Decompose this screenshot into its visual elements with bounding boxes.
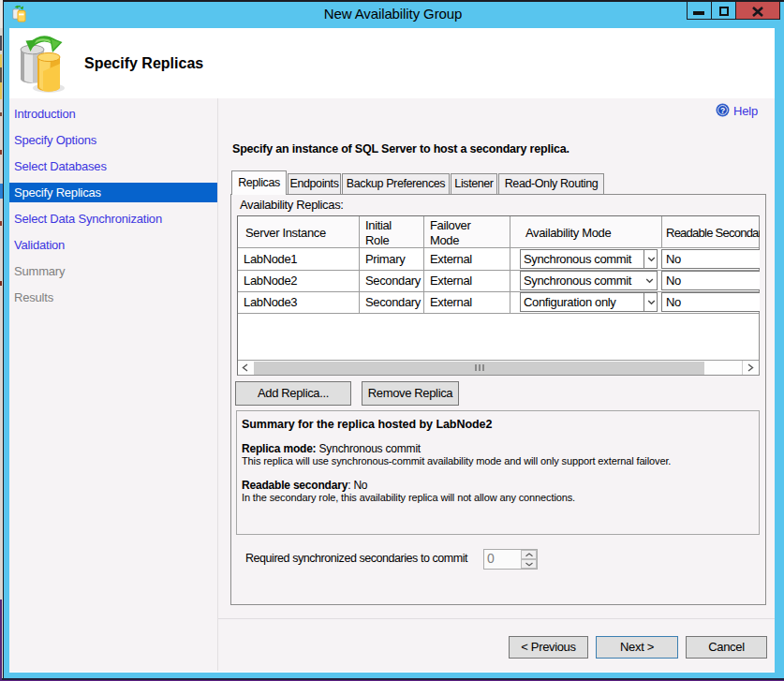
svg-text:?: ? (720, 106, 725, 115)
